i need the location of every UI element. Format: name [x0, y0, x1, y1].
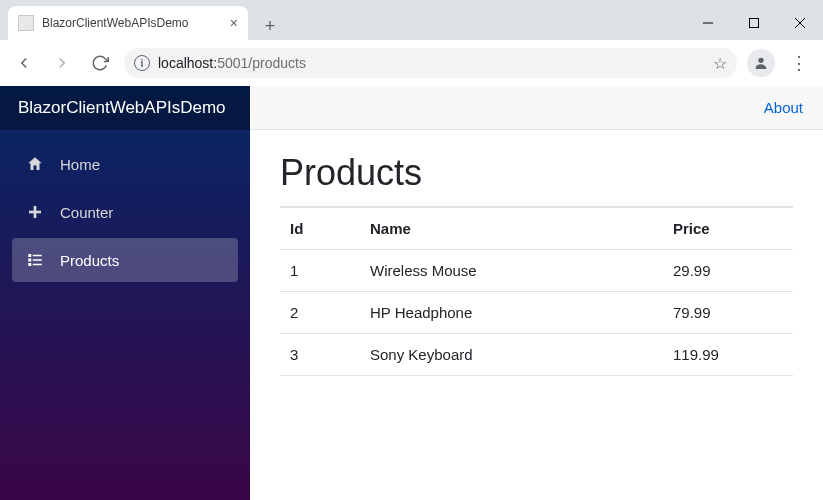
- cell-price: 119.99: [663, 334, 793, 376]
- profile-button[interactable]: [747, 49, 775, 77]
- minimize-button[interactable]: [685, 6, 731, 40]
- cell-name: Sony Keyboard: [360, 334, 663, 376]
- cell-name: Wireless Mouse: [360, 250, 663, 292]
- browser-tab[interactable]: BlazorClientWebAPIsDemo ×: [8, 6, 248, 40]
- address-bar-row: i localhost:5001/products ☆ ⋮: [0, 40, 823, 86]
- sidebar-item-products[interactable]: Products: [12, 238, 238, 282]
- svg-rect-11: [28, 263, 31, 266]
- app: BlazorClientWebAPIsDemo Home Counter Pro…: [0, 86, 823, 500]
- page-title: Products: [280, 152, 793, 194]
- table-header-row: Id Name Price: [280, 207, 793, 250]
- url-text: localhost:5001/products: [158, 55, 306, 71]
- svg-rect-12: [33, 264, 42, 266]
- sidebar-item-counter[interactable]: Counter: [12, 190, 238, 234]
- sidebar-item-label: Counter: [60, 204, 113, 221]
- table-row: 1 Wireless Mouse 29.99: [280, 250, 793, 292]
- maximize-button[interactable]: [731, 6, 777, 40]
- content-area: Products Id Name Price 1 Wireless Mouse …: [250, 130, 823, 500]
- brand-title[interactable]: BlazorClientWebAPIsDemo: [0, 86, 250, 130]
- cell-id: 1: [280, 250, 360, 292]
- svg-point-4: [758, 58, 763, 63]
- table-row: 3 Sony Keyboard 119.99: [280, 334, 793, 376]
- cell-name: HP Headphone: [360, 292, 663, 334]
- products-table: Id Name Price 1 Wireless Mouse 29.99 2 H…: [280, 206, 793, 376]
- svg-rect-10: [33, 259, 42, 261]
- topbar: About: [250, 86, 823, 130]
- sidebar-nav: Home Counter Products: [0, 130, 250, 294]
- cell-price: 79.99: [663, 292, 793, 334]
- table-header-id: Id: [280, 207, 360, 250]
- plus-icon: [26, 203, 44, 221]
- close-window-button[interactable]: [777, 6, 823, 40]
- tab-title: BlazorClientWebAPIsDemo: [42, 16, 222, 30]
- cell-price: 29.99: [663, 250, 793, 292]
- browser-chrome: BlazorClientWebAPIsDemo × + i: [0, 0, 823, 86]
- tab-favicon-icon: [18, 15, 34, 31]
- main-content: About Products Id Name Price 1 Wireless …: [250, 86, 823, 500]
- sidebar-item-home[interactable]: Home: [12, 142, 238, 186]
- svg-rect-7: [28, 254, 31, 257]
- svg-rect-1: [750, 19, 759, 28]
- home-icon: [26, 155, 44, 173]
- table-header-price: Price: [663, 207, 793, 250]
- about-link[interactable]: About: [764, 99, 803, 116]
- cell-id: 3: [280, 334, 360, 376]
- back-button[interactable]: [10, 49, 38, 77]
- table-header-name: Name: [360, 207, 663, 250]
- address-bar[interactable]: i localhost:5001/products ☆: [124, 48, 737, 78]
- close-icon[interactable]: ×: [230, 15, 238, 31]
- forward-button[interactable]: [48, 49, 76, 77]
- sidebar: BlazorClientWebAPIsDemo Home Counter Pro…: [0, 86, 250, 500]
- bookmark-star-icon[interactable]: ☆: [713, 54, 727, 73]
- site-info-icon[interactable]: i: [134, 55, 150, 71]
- svg-rect-8: [33, 255, 42, 257]
- list-icon: [26, 251, 44, 269]
- window-controls: [685, 6, 823, 40]
- browser-menu-button[interactable]: ⋮: [785, 49, 813, 77]
- svg-rect-9: [28, 259, 31, 262]
- cell-id: 2: [280, 292, 360, 334]
- sidebar-item-label: Home: [60, 156, 100, 173]
- tab-bar: BlazorClientWebAPIsDemo × +: [0, 0, 823, 40]
- svg-rect-6: [29, 211, 41, 214]
- table-row: 2 HP Headphone 79.99: [280, 292, 793, 334]
- sidebar-item-label: Products: [60, 252, 119, 269]
- new-tab-button[interactable]: +: [256, 12, 284, 40]
- reload-button[interactable]: [86, 49, 114, 77]
